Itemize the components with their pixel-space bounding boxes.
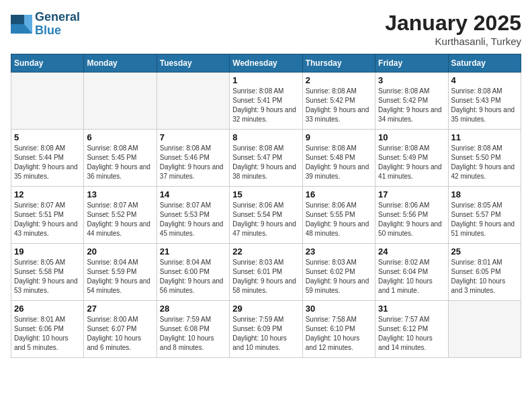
- calendar-cell: 9Sunrise: 8:08 AM Sunset: 5:48 PM Daylig…: [302, 130, 375, 187]
- calendar-week-row: 19Sunrise: 8:05 AM Sunset: 5:58 PM Dayli…: [11, 244, 521, 301]
- day-info: Sunrise: 8:08 AM Sunset: 5:50 PM Dayligh…: [451, 144, 518, 181]
- day-of-week-header: Friday: [375, 54, 448, 73]
- calendar-week-row: 12Sunrise: 8:07 AM Sunset: 5:51 PM Dayli…: [11, 187, 521, 244]
- logo-line2: Blue: [35, 24, 80, 38]
- calendar-cell: 29Sunrise: 7:59 AM Sunset: 6:09 PM Dayli…: [230, 301, 302, 358]
- day-number: 12: [14, 189, 81, 199]
- header: General Blue January 2025 Kurthasanli, T…: [11, 11, 521, 47]
- day-info: Sunrise: 8:05 AM Sunset: 5:57 PM Dayligh…: [451, 201, 518, 238]
- calendar-cell: [448, 301, 521, 358]
- day-info: Sunrise: 7:59 AM Sunset: 6:08 PM Dayligh…: [160, 315, 226, 353]
- day-number: 26: [14, 304, 81, 314]
- day-number: 17: [378, 189, 445, 199]
- calendar-cell: 5Sunrise: 8:08 AM Sunset: 5:44 PM Daylig…: [11, 130, 84, 187]
- calendar-cell: 14Sunrise: 8:07 AM Sunset: 5:53 PM Dayli…: [157, 187, 229, 244]
- day-number: 5: [14, 132, 81, 142]
- day-info: Sunrise: 8:06 AM Sunset: 5:54 PM Dayligh…: [232, 201, 299, 238]
- day-number: 21: [160, 246, 226, 257]
- calendar-cell: 10Sunrise: 8:08 AM Sunset: 5:49 PM Dayli…: [375, 130, 448, 187]
- day-info: Sunrise: 8:05 AM Sunset: 5:58 PM Dayligh…: [14, 258, 81, 295]
- logo-icon: [11, 15, 32, 34]
- day-info: Sunrise: 8:06 AM Sunset: 5:56 PM Dayligh…: [378, 201, 445, 238]
- day-number: 18: [451, 189, 518, 199]
- day-info: Sunrise: 8:08 AM Sunset: 5:46 PM Dayligh…: [160, 144, 226, 181]
- calendar-cell: 27Sunrise: 8:00 AM Sunset: 6:07 PM Dayli…: [84, 301, 157, 358]
- day-number: 1: [232, 75, 299, 85]
- calendar-cell: 24Sunrise: 8:02 AM Sunset: 6:04 PM Dayli…: [375, 244, 448, 301]
- calendar: SundayMondayTuesdayWednesdayThursdayFrid…: [11, 54, 521, 358]
- day-number: 3: [378, 75, 445, 85]
- calendar-cell: 31Sunrise: 7:57 AM Sunset: 6:12 PM Dayli…: [375, 301, 448, 358]
- day-info: Sunrise: 8:03 AM Sunset: 6:02 PM Dayligh…: [306, 258, 372, 295]
- day-info: Sunrise: 8:06 AM Sunset: 5:55 PM Dayligh…: [306, 201, 372, 238]
- calendar-cell: 26Sunrise: 8:01 AM Sunset: 6:06 PM Dayli…: [11, 301, 84, 358]
- day-info: Sunrise: 8:07 AM Sunset: 5:53 PM Dayligh…: [160, 201, 226, 238]
- day-number: 25: [451, 246, 518, 257]
- day-number: 24: [378, 246, 445, 257]
- day-number: 29: [232, 304, 299, 314]
- day-number: 27: [87, 304, 153, 314]
- calendar-cell: 12Sunrise: 8:07 AM Sunset: 5:51 PM Dayli…: [11, 187, 84, 244]
- day-number: 11: [451, 132, 518, 142]
- calendar-cell: 30Sunrise: 7:58 AM Sunset: 6:10 PM Dayli…: [302, 301, 375, 358]
- day-number: 10: [378, 132, 445, 142]
- day-info: Sunrise: 8:08 AM Sunset: 5:42 PM Dayligh…: [306, 87, 372, 124]
- day-number: 8: [232, 132, 299, 142]
- calendar-cell: 4Sunrise: 8:08 AM Sunset: 5:43 PM Daylig…: [448, 73, 521, 130]
- day-number: 9: [306, 132, 372, 142]
- calendar-cell: 13Sunrise: 8:07 AM Sunset: 5:52 PM Dayli…: [84, 187, 157, 244]
- calendar-cell: 2Sunrise: 8:08 AM Sunset: 5:42 PM Daylig…: [302, 73, 375, 130]
- day-number: 15: [232, 189, 299, 199]
- calendar-cell: 15Sunrise: 8:06 AM Sunset: 5:54 PM Dayli…: [230, 187, 302, 244]
- calendar-cell: 23Sunrise: 8:03 AM Sunset: 6:02 PM Dayli…: [302, 244, 375, 301]
- day-of-week-header: Tuesday: [157, 54, 229, 73]
- calendar-cell: 17Sunrise: 8:06 AM Sunset: 5:56 PM Dayli…: [375, 187, 448, 244]
- location-subtitle: Kurthasanli, Turkey: [385, 36, 521, 47]
- day-info: Sunrise: 8:00 AM Sunset: 6:07 PM Dayligh…: [87, 315, 153, 353]
- day-info: Sunrise: 8:04 AM Sunset: 5:59 PM Dayligh…: [87, 258, 153, 295]
- day-info: Sunrise: 8:01 AM Sunset: 6:05 PM Dayligh…: [451, 258, 518, 295]
- day-info: Sunrise: 8:08 AM Sunset: 5:49 PM Dayligh…: [378, 144, 445, 181]
- day-info: Sunrise: 8:08 AM Sunset: 5:41 PM Dayligh…: [232, 87, 299, 124]
- day-number: 13: [87, 189, 153, 199]
- calendar-cell: 20Sunrise: 8:04 AM Sunset: 5:59 PM Dayli…: [84, 244, 157, 301]
- day-info: Sunrise: 8:08 AM Sunset: 5:47 PM Dayligh…: [232, 144, 299, 181]
- calendar-cell: 8Sunrise: 8:08 AM Sunset: 5:47 PM Daylig…: [230, 130, 302, 187]
- calendar-cell: 18Sunrise: 8:05 AM Sunset: 5:57 PM Dayli…: [448, 187, 521, 244]
- day-info: Sunrise: 8:03 AM Sunset: 6:01 PM Dayligh…: [232, 258, 299, 295]
- calendar-cell: [157, 73, 229, 130]
- title-area: January 2025 Kurthasanli, Turkey: [385, 11, 521, 47]
- day-info: Sunrise: 8:08 AM Sunset: 5:42 PM Dayligh…: [378, 87, 445, 124]
- day-number: 6: [87, 132, 153, 142]
- calendar-week-row: 26Sunrise: 8:01 AM Sunset: 6:06 PM Dayli…: [11, 301, 521, 358]
- day-info: Sunrise: 7:59 AM Sunset: 6:09 PM Dayligh…: [232, 315, 299, 353]
- day-number: 23: [306, 246, 372, 257]
- day-number: 4: [451, 75, 518, 85]
- day-info: Sunrise: 8:08 AM Sunset: 5:44 PM Dayligh…: [14, 144, 81, 181]
- calendar-week-row: 5Sunrise: 8:08 AM Sunset: 5:44 PM Daylig…: [11, 130, 521, 187]
- day-number: 28: [160, 304, 226, 314]
- day-info: Sunrise: 8:08 AM Sunset: 5:45 PM Dayligh…: [87, 144, 153, 181]
- calendar-cell: 6Sunrise: 8:08 AM Sunset: 5:45 PM Daylig…: [84, 130, 157, 187]
- logo: General Blue: [11, 11, 80, 38]
- day-of-week-header: Monday: [84, 54, 157, 73]
- day-of-week-header: Saturday: [448, 54, 521, 73]
- calendar-cell: 3Sunrise: 8:08 AM Sunset: 5:42 PM Daylig…: [375, 73, 448, 130]
- day-info: Sunrise: 7:58 AM Sunset: 6:10 PM Dayligh…: [306, 315, 372, 353]
- day-number: 19: [14, 246, 81, 257]
- day-of-week-header: Wednesday: [230, 54, 302, 73]
- day-info: Sunrise: 8:08 AM Sunset: 5:43 PM Dayligh…: [451, 87, 518, 124]
- day-number: 7: [160, 132, 226, 142]
- calendar-cell: 1Sunrise: 8:08 AM Sunset: 5:41 PM Daylig…: [230, 73, 302, 130]
- calendar-cell: 7Sunrise: 8:08 AM Sunset: 5:46 PM Daylig…: [157, 130, 229, 187]
- month-title: January 2025: [385, 11, 521, 36]
- day-info: Sunrise: 8:04 AM Sunset: 6:00 PM Dayligh…: [160, 258, 226, 295]
- calendar-cell: 11Sunrise: 8:08 AM Sunset: 5:50 PM Dayli…: [448, 130, 521, 187]
- day-info: Sunrise: 7:57 AM Sunset: 6:12 PM Dayligh…: [378, 315, 445, 353]
- logo-line1: General: [35, 11, 80, 24]
- calendar-cell: 21Sunrise: 8:04 AM Sunset: 6:00 PM Dayli…: [157, 244, 229, 301]
- day-number: 30: [306, 304, 372, 314]
- day-info: Sunrise: 8:01 AM Sunset: 6:06 PM Dayligh…: [14, 315, 81, 353]
- calendar-cell: 16Sunrise: 8:06 AM Sunset: 5:55 PM Dayli…: [302, 187, 375, 244]
- day-number: 31: [378, 304, 445, 314]
